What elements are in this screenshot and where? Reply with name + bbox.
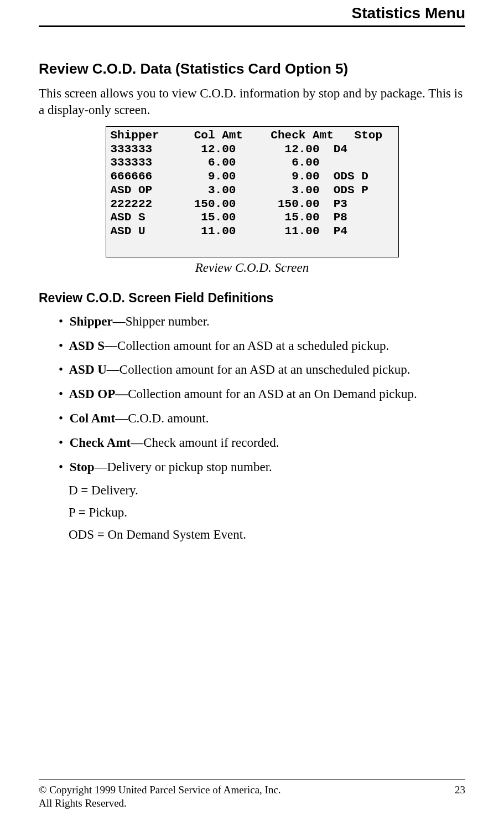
definition-item: • Stop—Delivery or pickup stop number. <box>59 459 465 476</box>
definition-item: • ASD U—Collection amount for an ASD at … <box>59 362 465 378</box>
definition-item: • ASD OP—Collection amount for an ASD at… <box>59 386 465 402</box>
definition-separator: — <box>113 314 126 328</box>
stop-sub-item: D = Delivery. <box>39 483 465 498</box>
definition-desc: Delivery or pickup stop number. <box>107 460 272 474</box>
definition-term: ASD U— <box>66 363 119 376</box>
definition-item: • Check Amt—Check amount if recorded. <box>59 435 465 451</box>
footer-rule <box>39 779 465 780</box>
definition-separator: — <box>115 411 128 425</box>
definition-term: Col Amt <box>66 411 115 425</box>
definition-desc: Check amount if recorded. <box>143 436 279 450</box>
header-rule <box>39 25 465 27</box>
bullet-icon: • <box>59 386 66 402</box>
page-title: Review C.O.D. Data (Statistics Card Opti… <box>39 60 465 78</box>
definitions-heading: Review C.O.D. Screen Field Definitions <box>39 291 465 306</box>
bullet-icon: • <box>59 338 66 354</box>
definition-term: ASD S— <box>66 339 117 353</box>
definition-term: Check Amt <box>66 436 131 450</box>
screen-caption: Review C.O.D. Screen <box>39 261 465 275</box>
bullet-icon: • <box>59 313 66 330</box>
bullet-icon: • <box>59 362 66 378</box>
bullet-icon: • <box>59 459 66 476</box>
definition-term: ASD OP— <box>66 387 128 401</box>
cod-screen-box: Shipper Col Amt Check Amt Stop 333333 12… <box>106 126 399 257</box>
footer-rights: All Rights Reserved. <box>39 797 281 810</box>
definition-desc: Collection amount for an ASD at an On De… <box>128 387 417 401</box>
definition-term: Shipper <box>66 314 113 328</box>
stop-sub-item: P = Pickup. <box>39 505 465 520</box>
definition-separator: — <box>95 460 107 474</box>
stop-sub-item: ODS = On Demand System Event. <box>39 528 465 542</box>
page-footer: © Copyright 1999 United Parcel Service o… <box>39 779 465 810</box>
definition-term: Stop <box>66 460 95 474</box>
definition-desc: Shipper number. <box>126 314 210 328</box>
definition-separator: — <box>131 436 143 450</box>
definition-desc: C.O.D. amount. <box>128 411 209 425</box>
footer-copyright: © Copyright 1999 United Parcel Service o… <box>39 783 281 797</box>
definition-desc: Collection amount for an ASD at a schedu… <box>117 339 389 353</box>
stop-sublist: D = Delivery.P = Pickup.ODS = On Demand … <box>39 483 465 542</box>
definition-item: • Col Amt—C.O.D. amount. <box>59 410 465 427</box>
intro-paragraph: This screen allows you to view C.O.D. in… <box>39 85 465 118</box>
definition-desc: Collection amount for an ASD at an unsch… <box>119 363 411 376</box>
bullet-icon: • <box>59 410 66 427</box>
definition-item: • ASD S—Collection amount for an ASD at … <box>59 338 465 354</box>
bullet-icon: • <box>59 435 66 451</box>
definition-item: • Shipper—Shipper number. <box>59 313 465 330</box>
running-header: Statistics Menu <box>39 0 465 25</box>
footer-page-number: 23 <box>455 783 465 810</box>
definitions-list: • Shipper—Shipper number.• ASD S—Collect… <box>39 313 465 476</box>
